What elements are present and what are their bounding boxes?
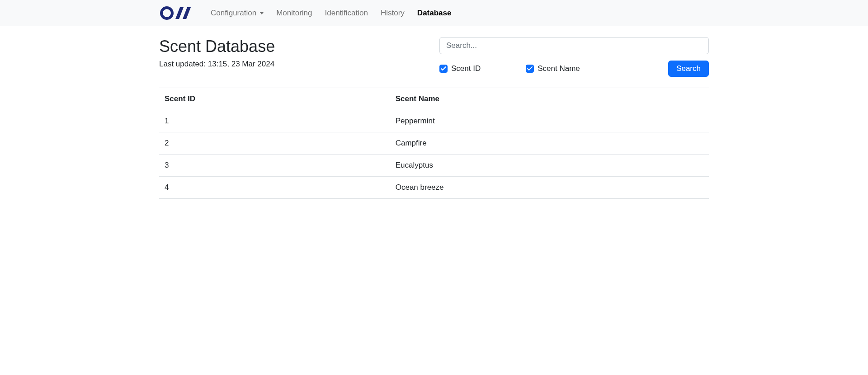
checkbox-scent-name-label[interactable]: Scent Name — [538, 64, 580, 73]
page-title: Scent Database — [159, 37, 429, 56]
search-button[interactable]: Search — [668, 61, 709, 77]
navbar: Configuration Monitoring Identification … — [0, 0, 868, 26]
nav-label: Identification — [325, 9, 368, 18]
check-icon — [527, 66, 533, 71]
checkbox-scent-id-label[interactable]: Scent ID — [451, 64, 481, 73]
checkbox-scent-name[interactable] — [526, 65, 534, 73]
cell-id: 3 — [159, 155, 390, 177]
nav-list: Configuration Monitoring Identification … — [205, 5, 457, 21]
cell-name: Peppermint — [390, 110, 709, 132]
nav-database[interactable]: Database — [412, 5, 457, 21]
main-content: Scent Database Last updated: 13:15, 23 M… — [0, 26, 868, 199]
nav-label: Monitoring — [276, 9, 312, 18]
nav-configuration[interactable]: Configuration — [205, 5, 269, 21]
nav-identification[interactable]: Identification — [320, 5, 373, 21]
table-row: 1 Peppermint — [159, 110, 709, 132]
check-icon — [441, 66, 446, 71]
last-updated: Last updated: 13:15, 23 Mar 2024 — [159, 60, 429, 69]
checkbox-scent-id[interactable] — [439, 65, 448, 73]
logo-icon — [159, 5, 194, 21]
nav-label: History — [381, 9, 405, 18]
cell-name: Ocean breeze — [390, 177, 709, 199]
chevron-down-icon — [260, 12, 264, 14]
cell-name: Eucalyptus — [390, 155, 709, 177]
nav-label: Configuration — [211, 9, 256, 18]
table-header-name: Scent Name — [390, 88, 709, 110]
cell-name: Campfire — [390, 132, 709, 155]
table-row: 4 Ocean breeze — [159, 177, 709, 199]
nav-monitoring[interactable]: Monitoring — [271, 5, 317, 21]
nav-history[interactable]: History — [375, 5, 410, 21]
nav-label: Database — [417, 9, 452, 18]
scent-table: Scent ID Scent Name 1 Peppermint 2 Campf… — [159, 88, 709, 199]
logo[interactable] — [159, 4, 198, 23]
search-input[interactable] — [439, 37, 709, 54]
table-row: 2 Campfire — [159, 132, 709, 155]
svg-point-0 — [161, 8, 172, 19]
cell-id: 4 — [159, 177, 390, 199]
table-row: 3 Eucalyptus — [159, 155, 709, 177]
cell-id: 2 — [159, 132, 390, 155]
cell-id: 1 — [159, 110, 390, 132]
table-header-id: Scent ID — [159, 88, 390, 110]
